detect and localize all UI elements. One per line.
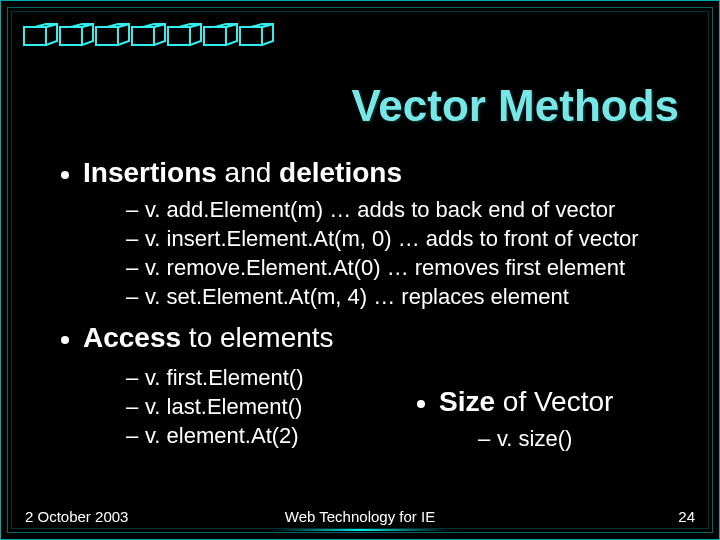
two-column: –v. first.Element() –v. last.Element() –…	[125, 362, 679, 464]
dash-icon: –	[125, 365, 139, 391]
list-item: –v. remove.Element.At(0) … removes first…	[125, 255, 679, 281]
item-text: v. last.Element()	[145, 394, 302, 419]
svg-rect-6	[240, 27, 262, 45]
section3-list: –v. size()	[477, 426, 679, 452]
section3-heading-bold: Size	[439, 386, 495, 417]
list-item: –v. last.Element()	[125, 394, 387, 420]
section1-heading-bold2: deletions	[279, 157, 402, 188]
footer-underline	[271, 529, 451, 531]
footer-center-wrap: Web Technology for IE	[25, 508, 695, 525]
svg-rect-4	[168, 27, 190, 45]
section2-list: –v. first.Element() –v. last.Element() –…	[125, 362, 387, 464]
item-text: v. element.At(2)	[145, 423, 299, 448]
item-text: v. set.Element.At(m, 4) … replaces eleme…	[145, 284, 569, 309]
svg-rect-0	[24, 27, 46, 45]
list-item: –v. insert.Element.At(m, 0) … adds to fr…	[125, 226, 679, 252]
list-item: –v. add.Element(m) … adds to back end of…	[125, 197, 679, 223]
bullet-dot-icon	[61, 336, 69, 344]
slide: Vector Methods Insertions and deletions …	[0, 0, 720, 540]
dash-icon: –	[125, 226, 139, 252]
list-item: –v. size()	[477, 426, 679, 452]
svg-rect-1	[60, 27, 82, 45]
item-text: v. size()	[497, 426, 572, 451]
slide-title: Vector Methods	[351, 81, 679, 131]
bullet-dot-icon	[417, 400, 425, 408]
svg-rect-2	[96, 27, 118, 45]
section1-list: –v. add.Element(m) … adds to back end of…	[125, 197, 679, 310]
footer-center: Web Technology for IE	[285, 508, 435, 525]
dash-icon: –	[477, 426, 491, 452]
section3-heading-rest: of Vector	[495, 386, 613, 417]
section2-heading-rest: to elements	[181, 322, 334, 353]
dash-icon: –	[125, 197, 139, 223]
svg-rect-5	[204, 27, 226, 45]
footer: 2 October 2003 Web Technology for IE 24	[25, 508, 695, 525]
section3-heading: Size of Vector	[417, 386, 679, 418]
dash-icon: –	[125, 423, 139, 449]
slide-body: Insertions and deletions –v. add.Element…	[41, 151, 679, 464]
section2-heading-bold: Access	[83, 322, 181, 353]
section1-heading-rest: and	[217, 157, 279, 188]
list-item: –v. element.At(2)	[125, 423, 387, 449]
dash-icon: –	[125, 394, 139, 420]
section2-heading: Access to elements	[61, 322, 679, 354]
decorative-boxes	[23, 23, 283, 49]
svg-rect-3	[132, 27, 154, 45]
bullet-dot-icon	[61, 171, 69, 179]
item-text: v. remove.Element.At(0) … removes first …	[145, 255, 625, 280]
dash-icon: –	[125, 284, 139, 310]
section1-heading-bold: Insertions	[83, 157, 217, 188]
item-text: v. add.Element(m) … adds to back end of …	[145, 197, 615, 222]
item-text: v. first.Element()	[145, 365, 304, 390]
list-item: –v. first.Element()	[125, 365, 387, 391]
section1-heading: Insertions and deletions	[61, 157, 679, 189]
deco-icon	[23, 23, 283, 49]
dash-icon: –	[125, 255, 139, 281]
list-item: –v. set.Element.At(m, 4) … replaces elem…	[125, 284, 679, 310]
section3: Size of Vector –v. size()	[387, 362, 679, 464]
item-text: v. insert.Element.At(m, 0) … adds to fro…	[145, 226, 639, 251]
